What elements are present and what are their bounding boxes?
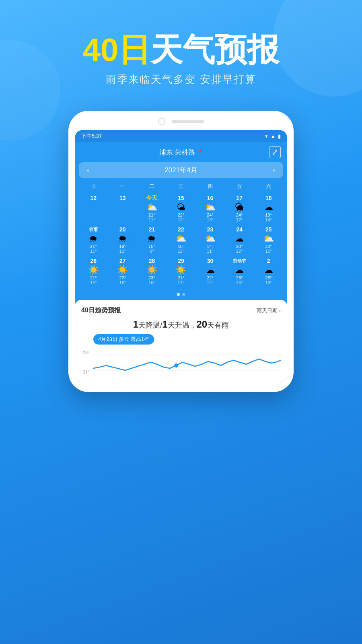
- weekday-tue: 二: [137, 181, 167, 192]
- cal-date: 23: [207, 225, 214, 233]
- cal-cell-20[interactable]: 20 🌧 19° 11°: [108, 225, 138, 254]
- cal-date: 29: [178, 257, 184, 265]
- temp-lo-labor: 16°: [236, 280, 243, 285]
- cal-cell-18[interactable]: 18 ☁ 19° 14°: [254, 193, 283, 223]
- temp-hi-25: 20°: [265, 244, 272, 249]
- temp-hi-23: 14°: [207, 244, 214, 249]
- weather-icon-23: ⛅: [205, 234, 216, 243]
- signal-icon: ▲: [270, 133, 276, 139]
- cal-cell-21[interactable]: 21 🌧 15° 9°: [137, 225, 167, 254]
- weather-icon-18: ☁: [264, 203, 273, 212]
- weather-icon-17: 🌦: [235, 203, 244, 212]
- rain-link-arrow: ›: [279, 308, 281, 314]
- cal-cell-13[interactable]: 13: [108, 193, 138, 223]
- next-month-button[interactable]: ›: [273, 166, 275, 174]
- temp-lo-21: 9°: [150, 249, 154, 254]
- weekday-sat: 六: [254, 181, 283, 192]
- cal-date: 16: [207, 194, 214, 202]
- app-header: 浦东 荣科路 📍 ⤢: [75, 142, 287, 162]
- temp-lo-30: 14°: [207, 280, 214, 285]
- temp-lo-15: 12°: [178, 217, 185, 222]
- cal-date-solar: 谷雨: [89, 225, 98, 233]
- weather-icon-labor: ☁: [235, 266, 244, 275]
- weather-icon-15: 🌤: [177, 203, 185, 212]
- cal-date: 12: [90, 194, 97, 202]
- cal-date-labor: 劳动节: [233, 257, 246, 265]
- cal-cell-22[interactable]: 22 ⛅ 18° 12°: [167, 225, 196, 254]
- weekday-fri: 五: [225, 181, 254, 192]
- hero-section: 40日天气预报 雨季来临天气多变 安排早打算: [0, 0, 362, 103]
- prev-month-button[interactable]: ‹: [87, 166, 89, 174]
- cal-cell-guyu[interactable]: 谷雨 🌧 21° 11°: [79, 225, 108, 254]
- calendar-section: 日 一 二 三 四 五 六 12 13 今: [75, 178, 287, 290]
- hero-subtitle: 雨季来临天气多变 安排早打算: [0, 72, 362, 87]
- cal-cell-27[interactable]: 27 ☀️ 22° 16°: [108, 256, 138, 286]
- cal-cell-15[interactable]: 15 🌤 22° 12°: [167, 193, 196, 223]
- temp-lo-today: 11°: [148, 217, 155, 222]
- temp-lo-27: 16°: [119, 280, 126, 285]
- cal-week-1: 12 13 今天 ⛅ 21° 11° 15 🌤 22°: [79, 193, 283, 223]
- hero-title-white: 天气预报: [150, 32, 279, 68]
- temp-hi-30: 22°: [207, 275, 214, 280]
- temp-hi-24: 20°: [236, 244, 243, 249]
- cal-cell-25[interactable]: 25 ⛅ 20° 15°: [254, 225, 283, 254]
- cal-date: 2: [267, 257, 270, 265]
- weather-icon-16: ⛅: [205, 203, 216, 212]
- cal-cell-12[interactable]: 12: [79, 193, 108, 223]
- tooltip-badge: 4月23日 多云 最高14°: [93, 334, 154, 345]
- temp-lo-22: 12°: [178, 249, 185, 254]
- cal-date: 13: [119, 194, 126, 202]
- temp-hi-29: 21°: [178, 275, 185, 280]
- weather-icon-29: ☀️: [175, 266, 186, 275]
- weather-icon-22: ⛅: [175, 234, 186, 243]
- wifi-icon: ▾: [265, 133, 268, 139]
- chart-area: 28° 21°: [81, 350, 281, 382]
- temp-lo-25: 15°: [265, 249, 272, 254]
- temp-lo-guyu: 11°: [90, 249, 97, 254]
- temp-lo-20: 11°: [119, 249, 126, 254]
- cal-cell-16[interactable]: 16 ⛅ 24° 13°: [195, 193, 225, 223]
- temp-hi-2: 25°: [265, 275, 272, 280]
- status-time: 下午5:37: [81, 132, 102, 140]
- weather-icon-30: ☁: [206, 266, 215, 275]
- weekday-mon: 一: [108, 181, 138, 192]
- cal-date: 22: [178, 225, 184, 233]
- temp-lo-17: 12°: [236, 217, 243, 222]
- cal-date-today: 今天: [146, 194, 157, 202]
- cal-date: 24: [236, 225, 243, 233]
- share-icon[interactable]: ⤢: [269, 146, 281, 158]
- cal-cell-24[interactable]: 24 ☁ 20° 12°: [225, 225, 254, 254]
- weekday-wed: 三: [167, 181, 196, 192]
- temp-hi-today: 21°: [148, 213, 155, 217]
- temp-hi-22: 18°: [178, 244, 185, 249]
- weekday-row: 日 一 二 三 四 五 六: [79, 181, 283, 192]
- phone-camera: [158, 118, 165, 125]
- cal-cell-today[interactable]: 今天 ⛅ 21° 11°: [137, 193, 167, 223]
- rain-link[interactable]: 雨天日期 ›: [257, 307, 281, 314]
- dot-2[interactable]: [182, 293, 185, 296]
- dot-1[interactable]: [177, 293, 180, 296]
- cal-cell-2[interactable]: 2 ☁ 25° 18°: [254, 256, 283, 286]
- temp-lo-24: 12°: [236, 249, 243, 254]
- cal-date: 20: [119, 225, 126, 233]
- cal-cell-30[interactable]: 30 ☁ 22° 14°: [195, 256, 225, 286]
- phone-top-bar: [75, 118, 287, 125]
- cal-cell-28[interactable]: 28 ☀️ 23° 16°: [137, 256, 167, 286]
- temp-hi-27: 22°: [119, 275, 126, 280]
- cal-cell-17[interactable]: 17 🌦 24° 12°: [225, 193, 254, 223]
- phone-speaker: [172, 120, 204, 123]
- temp-hi-15: 22°: [178, 213, 185, 217]
- weather-icon-20: 🌧: [118, 234, 127, 243]
- bottom-section: 40日趋势预报 雨天日期 › 1天降温/1天升温，20天有雨 4月23日 多云 …: [75, 300, 287, 382]
- temp-hi-16: 24°: [207, 213, 214, 217]
- phone-screen: 下午5:37 ▾ ▲ ▮ 浦东 荣科路 📍 ⤢ ‹ 2021年4月: [75, 130, 287, 382]
- cal-cell-29[interactable]: 29 ☀️ 21° 11°: [167, 256, 196, 286]
- cal-cell-23[interactable]: 23 ⛅ 14° 11°: [195, 225, 225, 254]
- cal-date: 27: [119, 257, 126, 265]
- weekday-sun: 日: [79, 181, 108, 192]
- cal-cell-26[interactable]: 26 ☀️ 21° 16°: [79, 256, 108, 286]
- temp-lo-26: 16°: [90, 280, 97, 285]
- svg-point-2: [174, 363, 178, 367]
- cal-cell-labor[interactable]: 劳动节 ☁ 23° 16°: [225, 256, 254, 286]
- weekday-thu: 四: [195, 181, 225, 192]
